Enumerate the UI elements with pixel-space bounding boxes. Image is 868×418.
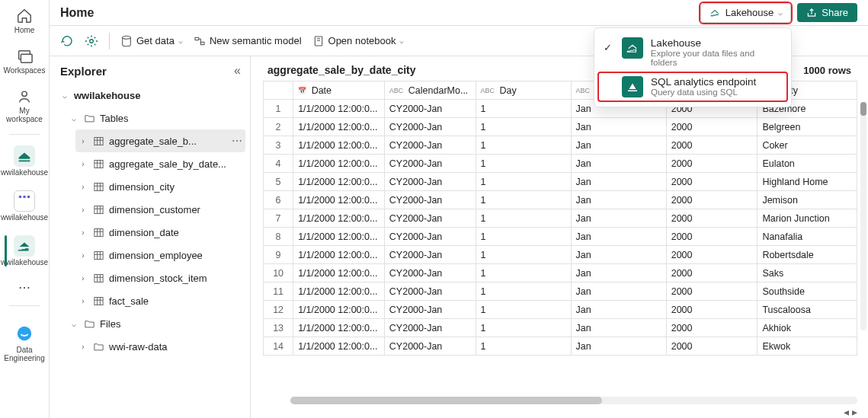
table-cell: 2000: [666, 173, 757, 191]
rail-label: Workspaces: [4, 66, 46, 75]
table-cell: Ekwok: [757, 337, 857, 356]
table-cell: 1: [476, 209, 571, 228]
table-cell: CY2000-Jan: [384, 319, 476, 337]
notebook-icon: [312, 35, 325, 47]
table-cell: 1: [476, 246, 571, 264]
tree-item-label: dimension_city: [109, 181, 245, 193]
tree-tables-node[interactable]: ⌵ Tables: [66, 107, 245, 129]
table-row[interactable]: 71/1/2000 12:00:0...CY2000-Jan1Jan2000Ma…: [264, 209, 857, 228]
table-row[interactable]: 141/1/2000 12:00:0...CY2000-Jan1Jan2000E…: [264, 337, 857, 356]
table-cell: Jan: [571, 118, 666, 136]
rail-workspaces[interactable]: Workspaces: [2, 45, 47, 78]
tree-table-item[interactable]: › dimension_stock_item: [75, 266, 245, 289]
table-cell: CY2000-Jan: [384, 155, 476, 173]
refresh-icon: [60, 34, 74, 48]
svg-rect-18: [94, 274, 102, 282]
table-row[interactable]: 61/1/2000 12:00:0...CY2000-Jan1Jan2000Je…: [264, 191, 857, 209]
table-row[interactable]: 111/1/2000 12:00:0...CY2000-Jan1Jan2000S…: [264, 282, 857, 301]
column-header[interactable]: ABC Day: [476, 81, 571, 100]
row-number: 14: [264, 337, 293, 356]
rail-wwilakehouse-1[interactable]: wwilakehouse: [2, 142, 47, 180]
column-header[interactable]: 📅 Date: [293, 81, 385, 100]
tree-table-item[interactable]: › dimension_customer: [75, 198, 245, 221]
tree-item-label: dimension_customer: [109, 204, 245, 215]
rail-data-engineering[interactable]: Data Engineering: [2, 320, 47, 365]
svg-point-2: [22, 91, 27, 96]
chevron-right-icon: ›: [78, 160, 88, 168]
tree-table-item[interactable]: › dimension_date: [75, 221, 245, 244]
vertical-scrollbar[interactable]: [860, 102, 866, 330]
tree-table-item[interactable]: › fact_sale: [75, 289, 245, 312]
tree-item-label: dimension_stock_item: [109, 273, 245, 284]
data-grid[interactable]: 📅 DateABC CalendarMo...ABC DayABC ShortM…: [251, 81, 868, 394]
table-row[interactable]: 31/1/2000 12:00:0...CY2000-Jan1Jan2000Co…: [264, 136, 857, 155]
table-cell: Marion Junction: [757, 209, 857, 228]
rail-my-workspace[interactable]: My workspace: [2, 85, 47, 126]
explorer-title: Explorer: [60, 65, 107, 78]
mode-switch-button[interactable]: Lakehouse ⌵: [700, 3, 792, 23]
table-cell: CY2000-Jan: [384, 337, 476, 356]
tree-table-item[interactable]: › dimension_employee: [75, 244, 245, 266]
table-row[interactable]: 91/1/2000 12:00:0...CY2000-Jan1Jan2000Ro…: [264, 246, 857, 264]
table-cell: 1: [476, 191, 571, 209]
tree-root[interactable]: ⌵ wwilakehouse: [57, 84, 245, 107]
table-cell: CY2000-Jan: [384, 136, 476, 155]
grid-icon: [14, 190, 35, 212]
menu-item-sql-endpoint[interactable]: SQL analytics endpoint Query data using …: [597, 72, 788, 102]
horizontal-scrollbar[interactable]: [290, 397, 857, 404]
refresh-button[interactable]: [60, 34, 74, 48]
table-row[interactable]: 121/1/2000 12:00:0...CY2000-Jan1Jan2000T…: [264, 301, 857, 319]
table-row[interactable]: 51/1/2000 12:00:0...CY2000-Jan1Jan2000Hi…: [264, 173, 857, 191]
table-cell: 1: [476, 173, 571, 191]
chevron-down-icon: ⌵: [778, 8, 783, 17]
table-row[interactable]: 81/1/2000 12:00:0...CY2000-Jan1Jan2000Na…: [264, 228, 857, 246]
new-semantic-model-button[interactable]: New semantic model: [194, 35, 302, 47]
tree-table-item[interactable]: › dimension_city: [75, 175, 245, 198]
open-notebook-button[interactable]: Open notebook ⌵: [312, 35, 405, 47]
tree-table-item[interactable]: › aggregate_sale_by_date...: [75, 152, 245, 175]
rail-wwilakehouse-3[interactable]: wwilakehouse: [2, 232, 47, 270]
column-header[interactable]: ABC CalendarMo...: [384, 81, 476, 100]
table-row[interactable]: 101/1/2000 12:00:0...CY2000-Jan1Jan2000S…: [264, 264, 857, 282]
tree-item-label: dimension_employee: [109, 250, 245, 261]
table-cell: Tuscaloosa: [757, 301, 857, 319]
col-type-icon: 📅: [298, 87, 306, 94]
collapse-explorer-button[interactable]: «: [234, 64, 241, 78]
svg-point-5: [27, 196, 30, 199]
tree-table-item[interactable]: › aggregate_sale_b...⋯: [75, 129, 245, 152]
scroll-left-button[interactable]: ◂: [844, 406, 849, 418]
chevron-right-icon: ›: [78, 274, 88, 282]
rail-more[interactable]: ⋯: [2, 277, 47, 298]
table-cell: 2000: [666, 191, 757, 209]
tree-files-node[interactable]: ⌵ Files: [66, 312, 245, 335]
rail-home[interactable]: Home: [2, 5, 47, 37]
share-button[interactable]: Share: [797, 3, 857, 22]
rownum-header: [264, 81, 293, 100]
scroll-right-button[interactable]: ▸: [852, 406, 857, 418]
chevron-down-icon: ⌵: [60, 91, 69, 100]
table-cell: Highland Home: [757, 173, 857, 191]
table-cell: 1/1/2000 12:00:0...: [293, 191, 385, 209]
tree-folder-item[interactable]: › wwi-raw-data: [75, 335, 245, 358]
row-number: 11: [264, 282, 293, 301]
table-cell: 1: [476, 100, 571, 118]
table-row[interactable]: 131/1/2000 12:00:0...CY2000-Jan1Jan2000A…: [264, 319, 857, 337]
table-cell: Jan: [571, 337, 666, 356]
menu-item-lakehouse[interactable]: ✓ Lakehouse Explore your data files and …: [594, 33, 791, 72]
workspaces-icon: [16, 48, 33, 65]
lakehouse-outline-icon: [709, 7, 721, 19]
table-cell: 2000: [666, 264, 757, 282]
menu-subtitle: Explore your data files and folders: [651, 49, 782, 67]
chevron-down-icon: ⌵: [178, 37, 183, 45]
chevron-right-icon: ›: [78, 183, 88, 191]
table-row[interactable]: 21/1/2000 12:00:0...CY2000-Jan1Jan2000Be…: [264, 118, 857, 136]
table-icon: [92, 295, 104, 307]
get-data-button[interactable]: Get data ⌵: [120, 35, 183, 47]
col-type-icon: ABC: [389, 87, 404, 94]
more-icon[interactable]: ⋯: [229, 135, 245, 147]
main-area: Home Lakehouse ⌵ Share ✓ Lakehous: [50, 0, 868, 418]
settings-button[interactable]: [85, 34, 98, 48]
tree-files-label: Files: [100, 318, 245, 330]
rail-wwilakehouse-2[interactable]: wwilakehouse: [2, 187, 47, 225]
table-row[interactable]: 41/1/2000 12:00:0...CY2000-Jan1Jan2000Eu…: [264, 155, 857, 173]
